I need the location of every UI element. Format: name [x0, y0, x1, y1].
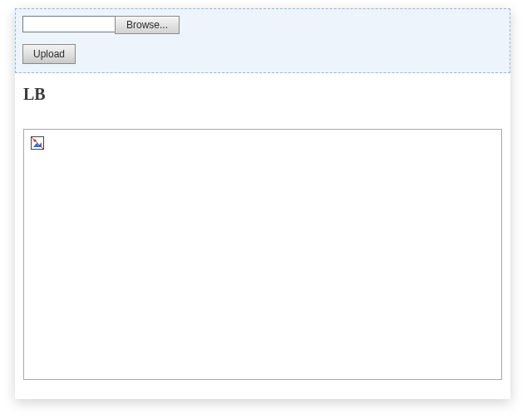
upload-panel: Browse... Upload: [15, 8, 510, 73]
upload-button[interactable]: Upload: [22, 44, 76, 64]
broken-image-icon: [31, 136, 44, 150]
page-title: LB: [23, 85, 502, 104]
browse-button[interactable]: Browse...: [115, 16, 180, 34]
file-path-input[interactable]: [22, 16, 116, 32]
file-chooser-row: Browse...: [22, 16, 503, 34]
page-container: Browse... Upload LB: [15, 8, 510, 399]
image-preview-frame: [23, 129, 502, 380]
content-area: LB: [15, 73, 510, 380]
